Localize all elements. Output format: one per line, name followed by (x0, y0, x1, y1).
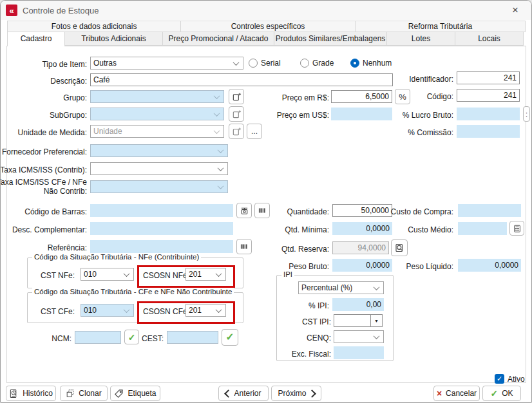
clonar-button[interactable]: Clonar (60, 386, 108, 401)
csosn-nfe-select[interactable]: 201 (185, 268, 226, 281)
title-bar: « Controle de Estoque × (1, 1, 531, 20)
comissao-input[interactable] (457, 125, 520, 138)
tipo-de-item-select[interactable]: Outras (90, 57, 243, 70)
desc-complementar-label: Desc. Complementar: (0, 223, 87, 236)
cst-cfe-group-title: Código da Situação Tributária - CFe e NF… (32, 288, 234, 295)
ativo-checkbox[interactable]: ✓ (495, 374, 504, 384)
tab-produtos-similares-embalagens[interactable]: Produtos Similares/Embalagens (274, 32, 387, 46)
lucro-bruto-label: % Lucro Bruto: (357, 109, 453, 122)
radio-serial[interactable] (249, 59, 258, 68)
tab-preco-promocional-atacado[interactable]: Preço Promocional / Atacado (162, 32, 274, 46)
taxa-icms-nao-contrib-select[interactable] (90, 180, 228, 193)
subgrupo-select[interactable] (90, 108, 224, 120)
calculator-button[interactable] (509, 221, 524, 236)
cst-ipi-select[interactable]: ▼ (334, 314, 383, 327)
preco-uss-label: Preço em US$: (233, 109, 329, 122)
cenq-select[interactable] (334, 330, 384, 343)
codigo-barras-input[interactable] (90, 204, 233, 217)
tab-controles-especificos[interactable]: Controles específicos (180, 21, 356, 32)
custo-compra-label: Custo de Compra: (357, 205, 453, 218)
cancel-x-icon: × (437, 389, 442, 398)
radio-nenhum-label: Nenhum (363, 58, 392, 68)
radio-grade[interactable] (300, 59, 309, 68)
anterior-button[interactable]: Anterior (218, 386, 269, 401)
qtd-reserva-label: Qtd. Reserva: (233, 243, 329, 256)
ipi-percent-label: % IPI: (245, 299, 329, 312)
historico-button[interactable]: Histórico (6, 386, 56, 401)
radio-serial-label: Serial (261, 58, 281, 68)
cest-label: CEST: (119, 332, 164, 345)
check-icon: ✓ (497, 375, 502, 383)
identificador-input[interactable] (457, 71, 520, 84)
cst-cfe-value: 010 (84, 306, 97, 315)
add-new-icon (232, 127, 242, 136)
ok-check-icon: ✓ (490, 389, 498, 398)
codigo-barras-label: Código de Barras: (0, 205, 87, 218)
cst-ipi-label: CST IPI: (247, 315, 331, 328)
ok-button[interactable]: ✓ OK (482, 386, 521, 401)
qtd-reserva-input[interactable] (332, 241, 389, 254)
reserva-search-button[interactable] (391, 239, 408, 256)
colon-icon: : (526, 110, 527, 118)
cancelar-button[interactable]: × Cancelar (433, 386, 480, 401)
radio-nenhum[interactable] (350, 59, 359, 68)
etiqueta-button[interactable]: Etiqueta (110, 386, 160, 401)
window-title: Controle de Estoque (23, 6, 99, 15)
cancelar-label: Cancelar (446, 389, 477, 398)
historico-label: Histórico (23, 389, 53, 398)
cst-nfe-label: CST NFe: (41, 269, 75, 282)
comissao-label: % Comissão: (357, 126, 453, 139)
grupo-select[interactable] (90, 90, 224, 103)
chevron-down-icon (216, 306, 222, 313)
unidade-medida-label: Unidade de Medida: (0, 126, 87, 139)
proximo-button[interactable]: Próximo (271, 386, 321, 401)
qtd-minima-label: Qtd. Mínima: (233, 223, 329, 236)
ncm-input[interactable] (75, 331, 121, 344)
anterior-label: Anterior (234, 389, 261, 398)
codigo-input[interactable] (457, 89, 520, 102)
cst-nfe-select[interactable]: 010 (81, 268, 134, 281)
taxa-icms-contrib-select[interactable] (90, 162, 228, 175)
unidade-medida-select[interactable]: Unidade (90, 125, 224, 138)
peso-liquido-label: Peso Líquido: (357, 260, 453, 273)
tab-locais[interactable]: Locais (455, 32, 524, 46)
tab-fotos-e-dados-adicionais[interactable]: Fotos e dados adicionais (7, 21, 181, 32)
add-unidade-button[interactable] (229, 124, 244, 139)
calculator-icon (513, 224, 522, 233)
unidade-more-button[interactable]: ... (247, 124, 262, 139)
secondary-tab-row: Fotos e dados adicionais Controles espec… (7, 21, 526, 32)
desc-complementar-input[interactable] (90, 222, 233, 235)
cenq-label: CENQ: (247, 332, 331, 344)
tab-cadastro[interactable]: Cadastro (7, 32, 65, 46)
tab-reforma-tributaria[interactable]: Reforma Tributária (355, 21, 526, 32)
ipi-percent-input[interactable] (332, 298, 384, 311)
ipi-mode-value: Percentual (%) (301, 283, 352, 292)
fornecedor-select[interactable] (90, 144, 228, 157)
cst-cfe-label: CST CFe: (41, 305, 75, 318)
peso-liquido-input[interactable] (458, 259, 521, 272)
cst-cfe-select[interactable]: 010 (81, 304, 134, 317)
custo-medio-input[interactable] (458, 222, 507, 235)
chevron-right-icon (308, 389, 316, 398)
taxa-icms-nao-contrib-label-line2: Não Contrib: (0, 185, 87, 198)
csosn-cfe-label: CSOSN CFe: (143, 305, 189, 318)
custo-compra-input[interactable] (458, 204, 521, 217)
ipi-mode-select[interactable]: Percentual (%) (298, 281, 384, 294)
chevron-down-icon (218, 183, 224, 189)
cst-nfe-value: 010 (84, 270, 97, 279)
lucro-bruto-input[interactable] (457, 108, 520, 120)
close-icon[interactable]: × (507, 3, 524, 18)
tab-lotes[interactable]: Lotes (386, 32, 455, 46)
chevron-down-icon (374, 284, 380, 290)
descricao-input[interactable] (90, 73, 393, 86)
clone-icon (66, 389, 75, 398)
exc-fiscal-input[interactable] (334, 346, 384, 359)
referencia-input[interactable] (90, 240, 233, 253)
tag-icon (114, 389, 124, 398)
csosn-cfe-select[interactable]: 201 (185, 304, 226, 317)
lucro-bruto-expand-button[interactable]: : (523, 106, 530, 122)
controle-de-estoque-dialog: « Controle de Estoque × Fotos e dados ad… (0, 0, 532, 403)
cest-input[interactable] (167, 331, 218, 344)
tab-tributos-adicionais[interactable]: Tributos Adicionais (64, 32, 163, 46)
cest-validate-button[interactable]: ✓ (222, 329, 238, 346)
